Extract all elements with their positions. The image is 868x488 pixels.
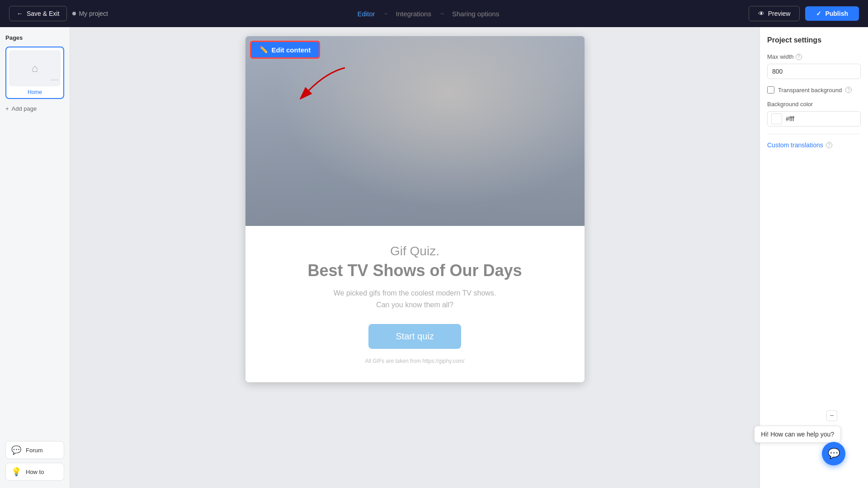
bg-color-label: Background color bbox=[767, 101, 861, 108]
nav-arrow-1: → bbox=[382, 10, 389, 17]
main-layout: Pages ⌂ ⋯ Home + Add page 💬 Forum 💡 How … bbox=[0, 27, 868, 488]
chat-minimize-button[interactable]: − bbox=[826, 410, 837, 421]
how-to-label: How to bbox=[26, 469, 44, 475]
transparent-bg-label: Transparent background bbox=[778, 87, 842, 94]
publish-label: Publish bbox=[825, 10, 848, 17]
sidebar-title: Pages bbox=[5, 34, 64, 41]
canvas-hero bbox=[245, 36, 585, 226]
nav-step-editor[interactable]: Editor bbox=[357, 10, 375, 18]
preview-button[interactable]: 👁 Preview bbox=[749, 6, 800, 21]
nav-steps: Editor → Integrations → Sharing options bbox=[357, 10, 499, 18]
home-icon: ⌂ bbox=[32, 62, 38, 75]
publish-button[interactable]: ✓ Publish bbox=[805, 6, 859, 21]
panel-title: Project settings bbox=[767, 36, 861, 44]
home-page-label: Home bbox=[9, 89, 61, 95]
project-name-label: My project bbox=[79, 10, 108, 17]
forum-label: Forum bbox=[26, 447, 43, 454]
dot-icon bbox=[72, 12, 76, 15]
plus-icon: + bbox=[5, 105, 9, 112]
top-navigation: ← Save & Exit My project Editor → Integr… bbox=[0, 0, 868, 27]
sidebar: Pages ⌂ ⋯ Home + Add page 💬 Forum 💡 How … bbox=[0, 27, 70, 488]
quiz-title-small: Gif Quiz. bbox=[259, 244, 571, 258]
start-quiz-button[interactable]: Start quiz bbox=[368, 324, 461, 349]
nav-step-sharing[interactable]: Sharing options bbox=[452, 10, 499, 18]
nav-arrow-2: → bbox=[439, 10, 445, 17]
sidebar-bottom: 💬 Forum 💡 How to bbox=[5, 441, 64, 481]
hero-figure bbox=[245, 36, 585, 226]
color-input-wrapper[interactable]: #fff bbox=[767, 111, 861, 127]
nav-left: ← Save & Exit My project bbox=[9, 6, 108, 21]
custom-translations-link[interactable]: Custom translations ? bbox=[767, 141, 861, 149]
chat-bubble-button[interactable]: 💬 bbox=[822, 442, 845, 465]
save-exit-button[interactable]: ← Save & Exit bbox=[9, 6, 67, 21]
start-quiz-label: Start quiz bbox=[396, 331, 434, 341]
how-to-button[interactable]: 💡 How to bbox=[5, 463, 64, 481]
canvas-area: ✏️ Edit content bbox=[70, 27, 760, 488]
giphy-credit: All GIFs are taken from https://giphy.co… bbox=[259, 358, 571, 364]
edit-content-button[interactable]: ✏️ Edit content bbox=[250, 41, 321, 59]
transparent-bg-row: Transparent background ? bbox=[767, 86, 861, 94]
custom-translations-label: Custom translations bbox=[767, 141, 823, 149]
custom-translations-help-icon[interactable]: ? bbox=[826, 142, 832, 148]
add-page-button[interactable]: + Add page bbox=[5, 105, 64, 112]
save-exit-label: Save & Exit bbox=[27, 10, 59, 17]
forum-icon: 💬 bbox=[11, 445, 21, 455]
color-swatch bbox=[771, 113, 782, 124]
page-card-home[interactable]: ⌂ ⋯ Home bbox=[5, 47, 64, 99]
eye-icon: 👁 bbox=[758, 10, 764, 17]
max-width-help-icon[interactable]: ? bbox=[796, 54, 802, 60]
quiz-title-large: Best TV Shows of Our Days bbox=[259, 261, 571, 280]
page-more-icon[interactable]: ⋯ bbox=[51, 75, 59, 84]
chat-bubble-icon: 💬 bbox=[828, 448, 840, 460]
page-card-inner: ⌂ ⋯ bbox=[9, 50, 61, 86]
add-page-label: Add page bbox=[12, 105, 37, 112]
transparent-bg-help-icon[interactable]: ? bbox=[845, 87, 852, 93]
forum-button[interactable]: 💬 Forum bbox=[5, 441, 64, 459]
nav-right: 👁 Preview ✓ Publish bbox=[749, 6, 859, 21]
panel-divider bbox=[767, 134, 861, 134]
nav-step-integrations[interactable]: Integrations bbox=[396, 10, 431, 18]
transparent-bg-checkbox[interactable] bbox=[767, 86, 774, 94]
howto-icon: 💡 bbox=[11, 467, 21, 477]
color-text-value: #fff bbox=[786, 115, 794, 122]
right-panel: Project settings Max width ? Transparent… bbox=[760, 27, 868, 488]
bg-color-row: Background color #fff bbox=[767, 101, 861, 127]
max-width-input[interactable] bbox=[767, 64, 861, 79]
canvas-content: Gif Quiz. Best TV Shows of Our Days We p… bbox=[245, 36, 585, 382]
check-icon: ✓ bbox=[816, 10, 821, 17]
preview-label: Preview bbox=[768, 10, 791, 17]
chat-help-text: Hi! How can we help you? bbox=[754, 426, 841, 443]
canvas-body: Gif Quiz. Best TV Shows of Our Days We p… bbox=[245, 226, 585, 382]
pencil-icon: ✏️ bbox=[259, 46, 268, 54]
canvas-wrapper: ✏️ Edit content bbox=[245, 36, 585, 479]
max-width-label: Max width ? bbox=[767, 53, 861, 60]
back-arrow-icon: ← bbox=[17, 10, 23, 17]
quiz-description: We picked gifs from the coolest modern T… bbox=[259, 287, 571, 310]
project-name: My project bbox=[72, 10, 108, 17]
edit-content-label: Edit content bbox=[272, 46, 311, 54]
